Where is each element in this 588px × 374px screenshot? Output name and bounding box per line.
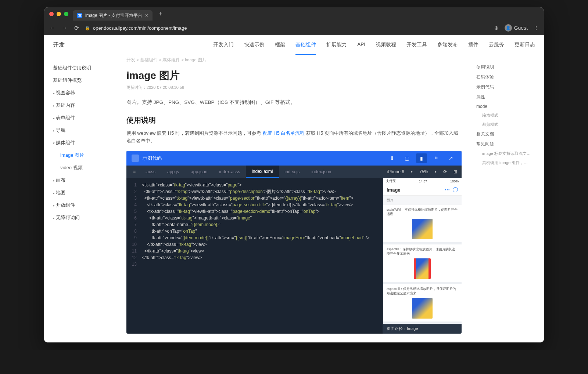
reload-button[interactable]: ⟳ — [74, 25, 79, 32]
nav-item[interactable]: API — [357, 36, 365, 55]
sidebar-group[interactable]: 地图 — [44, 186, 118, 199]
phone-outline-icon[interactable]: ▢ — [401, 153, 412, 163]
maximize-window-button[interactable] — [64, 12, 68, 16]
sidebar-item[interactable]: 基础组件使用说明 — [44, 62, 118, 74]
nav-item[interactable]: 开发工具 — [406, 36, 427, 55]
preview-card-title: scaleToFill：不保持纵横比缩放图片，使图片完全适应 — [387, 208, 458, 217]
update-meta: 更新时间：2020-07-20 08:10:58 — [126, 85, 462, 90]
nav-item[interactable]: 视频教程 — [376, 36, 396, 55]
zoom-select[interactable]: 75% — [419, 169, 428, 174]
nav-item[interactable]: 快速示例 — [244, 36, 265, 55]
search-icon[interactable]: ⊕ — [494, 25, 499, 31]
nav-item[interactable]: 更新日志 — [514, 36, 535, 55]
browser-window: 支 image 图片 - 支付宝开放平台 × + ← → ⟳ 🔒 opendoc… — [44, 7, 544, 342]
preview-title: Image — [387, 187, 401, 193]
close-tab-icon[interactable]: × — [145, 12, 148, 18]
nav-item[interactable]: 多端发布 — [437, 36, 458, 55]
file-tab[interactable]: index.js — [279, 166, 306, 178]
traffic-lights — [49, 12, 68, 16]
more-icon[interactable]: ⋯ — [445, 187, 450, 193]
grid-icon[interactable]: ⊞ — [453, 169, 457, 174]
qr-icon[interactable]: ⌗ — [431, 153, 442, 163]
preview-card: scaleToFill：不保持纵横比缩放图片，使图片完全适应 — [383, 205, 462, 242]
nav-item[interactable]: 开发入门 — [213, 36, 234, 55]
code-editor[interactable]: 1<tk-attr">class="tk-tag">view tk-attr">… — [126, 178, 383, 334]
sidebar-group[interactable]: 开放组件 — [44, 199, 118, 211]
nav-item[interactable]: 扩展能力 — [326, 36, 347, 55]
preview-card-title: aspectFill：保持纵横比缩放图片，只保证图片的短边能完全显示出来 — [387, 287, 458, 296]
minimize-window-button[interactable] — [57, 12, 61, 16]
chevron-down-icon[interactable]: ▾ — [411, 170, 413, 174]
sidebar-group[interactable]: 画布 — [44, 174, 118, 186]
share-icon[interactable]: ↗ — [445, 153, 456, 163]
preview-image — [412, 219, 433, 239]
preview-card: aspectFill：保持纵横比缩放图片，只保证图片的短边能完全显示出来 — [383, 284, 462, 322]
file-tab[interactable]: index.json — [305, 166, 337, 178]
preview-image — [412, 298, 433, 319]
back-button[interactable]: ← — [49, 25, 55, 32]
download-icon[interactable]: ⬇ — [387, 153, 398, 163]
toc-item[interactable]: 使用说明 — [476, 62, 538, 72]
toc-item[interactable]: 属性 — [476, 92, 538, 102]
page-description: 图片。支持 JPG、PNG、SVG、WEBP（iOS 不支持动图）、GIF 等格… — [126, 99, 462, 106]
phone-statusbar: 支付宝 14:57 100% — [383, 178, 462, 185]
brand[interactable]: 开发 — [53, 41, 65, 49]
code-tabs: ≡ .acssapp.jsapp.jsonindex.acssindex.axm… — [126, 166, 462, 178]
file-tab[interactable]: app.json — [185, 166, 213, 178]
code-header: 示例代码 ⬇ ▢ ▮ ⌗ ↗ — [126, 151, 462, 166]
toc-item[interactable]: 裁剪模式 — [476, 120, 538, 129]
sidebar-group[interactable]: 基础内容 — [44, 99, 118, 112]
tab-title: image 图片 - 支付宝开放平台 — [85, 12, 142, 19]
sidebar-group[interactable]: 视图容器 — [44, 87, 118, 99]
sidebar-group[interactable]: 媒体组件 — [44, 137, 118, 149]
toc-item[interactable]: 扫码体验 — [476, 72, 538, 82]
sidebar-group[interactable]: 表单组件 — [44, 112, 118, 124]
toc-item[interactable]: 常见问题 — [476, 139, 538, 149]
avatar-icon: 👤 — [505, 24, 512, 32]
nav-item[interactable]: 框架 — [275, 36, 285, 55]
sidebar-group[interactable]: 导航 — [44, 124, 118, 137]
nav-item[interactable]: 插件 — [468, 36, 478, 55]
phone-filled-icon[interactable]: ▮ — [416, 153, 427, 163]
device-preview: 支付宝 14:57 100% Image ⋯ 图片 scaleToFill：不保… — [383, 178, 462, 334]
toc-item[interactable]: 示例代码 — [476, 82, 538, 92]
new-tab-button[interactable]: + — [158, 10, 162, 18]
toc-item[interactable]: 真机调用 image 组件，… — [476, 158, 538, 167]
close-preview-icon[interactable] — [453, 187, 458, 192]
nav-item[interactable]: 基础组件 — [295, 36, 316, 55]
address-bar[interactable]: 🔒 opendocs.alipay.com/mini/component/ima… — [85, 25, 488, 31]
usage-paragraph: 使用 webview 嵌套 H5 时，若遇到图片资源不显示问题，可参考 配置 H… — [126, 130, 462, 145]
toc-item[interactable]: 相关文档 — [476, 129, 538, 139]
device-select[interactable]: iPhone 6 — [387, 169, 404, 174]
toc-item[interactable]: image 标签支持读取流文… — [476, 149, 538, 158]
file-tab[interactable]: .acss — [139, 166, 161, 178]
sidebar-item[interactable]: 基础组件概览 — [44, 74, 118, 87]
nav-item[interactable]: 云服务 — [489, 36, 504, 55]
breadcrumb: 开发 > 基础组件 > 媒体组件 > image 图片 — [126, 55, 462, 65]
whitelist-link[interactable]: 配置 H5 白名单流程 — [263, 130, 305, 136]
forward-button[interactable]: → — [62, 25, 68, 32]
toc-item[interactable]: mode — [476, 102, 538, 111]
ide-logo-icon — [132, 155, 139, 162]
preview-footer: 页面路径：Image — [383, 324, 462, 334]
lock-icon: 🔒 — [85, 26, 90, 30]
chevron-down-icon[interactable]: ▾ — [435, 170, 437, 174]
time-label: 14:57 — [419, 179, 427, 183]
favicon-icon: 支 — [77, 13, 82, 18]
toc-item[interactable]: 缩放模式 — [476, 111, 538, 120]
close-window-button[interactable] — [49, 12, 54, 16]
mac-titlebar: 支 image 图片 - 支付宝开放平台 × + — [44, 7, 544, 21]
sidebar-group[interactable]: 无障碍访问 — [44, 211, 118, 224]
browser-tab[interactable]: 支 image 图片 - 支付宝开放平台 × — [73, 10, 153, 21]
table-of-contents: 使用说明扫码体验示例代码属性mode缩放模式裁剪模式相关文档常见问题image … — [470, 55, 544, 342]
profile-button[interactable]: 👤 Guest — [505, 24, 528, 32]
menu-icon[interactable]: ⋮ — [534, 25, 539, 31]
file-tab[interactable]: index.axml — [246, 166, 279, 178]
refresh-preview-icon[interactable]: ⟳ — [443, 169, 447, 174]
file-menu-icon[interactable]: ≡ — [129, 169, 139, 174]
sidebar-item[interactable]: image 图片 — [44, 149, 118, 161]
file-tab[interactable]: app.js — [161, 166, 185, 178]
file-tab[interactable]: index.acss — [213, 166, 246, 178]
preview-navbar: Image ⋯ — [383, 185, 462, 196]
sidebar-item[interactable]: video 视频 — [44, 161, 118, 174]
